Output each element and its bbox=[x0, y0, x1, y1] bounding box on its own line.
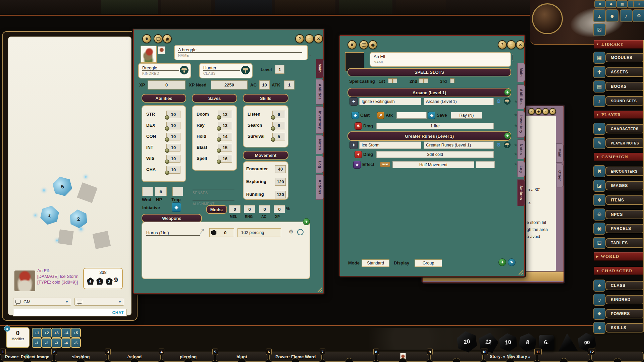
resize-grip[interactable] bbox=[317, 286, 322, 292]
dmg-value-field[interactable]: 3d8 cold bbox=[376, 151, 494, 158]
tab-log[interactable]: Log bbox=[517, 161, 525, 177]
help-button[interactable]: ? bbox=[498, 40, 507, 49]
save-value-field[interactable]: Ray (N) bbox=[451, 112, 482, 119]
power-use-icon[interactable]: ✦ bbox=[350, 97, 358, 106]
kindred-field[interactable]: Breggle KINDRED bbox=[138, 63, 191, 78]
senses-line[interactable] bbox=[193, 189, 234, 189]
close-button[interactable]: ✕ bbox=[314, 34, 323, 43]
minimize-button[interactable]: − bbox=[542, 108, 549, 115]
add-weapon-button[interactable]: + bbox=[303, 218, 310, 225]
options-gear-icon[interactable]: ⚙ bbox=[633, 9, 644, 22]
calendar-icon[interactable]: ▦ bbox=[616, 0, 628, 8]
con-score[interactable]: 10 bbox=[166, 133, 180, 140]
initiative-die-icon[interactable]: ◈ bbox=[172, 202, 181, 212]
d6-die[interactable]: 6. bbox=[539, 335, 554, 350]
search-skill[interactable]: 6 bbox=[272, 122, 285, 129]
level-value[interactable]: 1 bbox=[275, 65, 284, 74]
hotbar-slot-1[interactable]: Power: Project Image bbox=[1, 352, 53, 362]
weapon-damage-box[interactable]: 1d2 piercing bbox=[237, 228, 281, 237]
sidebar-section-player[interactable]: ▼ PLAYER bbox=[594, 111, 643, 119]
modifier-plus-1[interactable]: +1 bbox=[32, 328, 42, 338]
add-power-button[interactable]: + bbox=[504, 132, 511, 139]
tab-log[interactable]: Log bbox=[316, 156, 324, 173]
hotbar-slot-11[interactable] bbox=[538, 352, 590, 362]
sidebar-section-library[interactable]: ▼ LIBRARY bbox=[594, 40, 643, 49]
save-die-icon[interactable]: ◈ bbox=[428, 112, 435, 119]
effect-value-field[interactable]: Half Movement bbox=[392, 161, 474, 168]
hotbar-slot-5[interactable]: blunt bbox=[216, 352, 268, 362]
cast-die-icon[interactable]: ◈ bbox=[352, 112, 359, 119]
skills-icon[interactable]: ✱ bbox=[593, 322, 605, 334]
power-group-dropdown[interactable]: Arcane (Level 1) bbox=[424, 98, 494, 105]
cha-score[interactable]: 10 bbox=[166, 166, 180, 174]
doom-save[interactable]: 12 bbox=[218, 111, 232, 118]
sheet-token-icon[interactable]: ◉ bbox=[368, 40, 377, 49]
party-icon[interactable]: ☻ bbox=[605, 0, 617, 8]
mod-melee[interactable]: 0 bbox=[229, 205, 240, 213]
sheet-chat-icon[interactable]: ··· bbox=[154, 34, 163, 43]
dmg-icon[interactable]: ✶ bbox=[355, 151, 362, 158]
power-name-field[interactable]: Ice Storm bbox=[359, 141, 421, 149]
draw-icon[interactable]: ✦ bbox=[633, 0, 644, 8]
token[interactable] bbox=[158, 46, 165, 54]
tab-main[interactable]: Main bbox=[517, 63, 525, 82]
modifier-minus-2[interactable]: -2 bbox=[42, 338, 52, 348]
alignment-line[interactable] bbox=[193, 200, 234, 200]
hotbar-slot-9[interactable] bbox=[430, 352, 483, 362]
close-button[interactable]: ✕ bbox=[549, 108, 556, 115]
temp-hp-value[interactable] bbox=[172, 187, 183, 196]
tab-actions[interactable]: Actions bbox=[316, 174, 324, 200]
hotbar-slot-6[interactable]: Power: Flame Ward bbox=[269, 352, 322, 362]
close-all-button[interactable]: ✕ bbox=[594, 0, 606, 8]
sidebar-item-assets[interactable]: ASSETS bbox=[605, 67, 644, 77]
sidebar-item-kindred[interactable]: KINDRED bbox=[605, 295, 644, 304]
effect-extra-field[interactable] bbox=[476, 161, 495, 168]
edit-button[interactable]: ✎ bbox=[508, 258, 516, 266]
player-notes-icon[interactable]: ✎ bbox=[593, 137, 605, 149]
sidebar-item-player-notes[interactable]: PLAYER NOTES bbox=[605, 138, 644, 148]
survival-skill[interactable]: 5 bbox=[272, 133, 285, 140]
kindred-icon[interactable]: ☺ bbox=[593, 294, 605, 306]
rest-button[interactable]: ✦ bbox=[498, 258, 506, 266]
weapon-name[interactable]: Horns (1in.) bbox=[146, 230, 200, 236]
target-badge[interactable]: TRGT bbox=[380, 162, 390, 167]
tab-notes[interactable]: Notes bbox=[517, 139, 525, 159]
atk-value-field[interactable] bbox=[396, 112, 427, 119]
modifier-plus-2[interactable]: +2 bbox=[42, 328, 52, 338]
sheet-crest-icon[interactable]: ❦ bbox=[347, 40, 357, 49]
atk-value[interactable]: 1 bbox=[284, 80, 294, 89]
hotbar-slot-3[interactable]: /reload bbox=[108, 352, 161, 362]
tab-inventory[interactable]: Inventory bbox=[316, 106, 324, 134]
dmg-icon[interactable]: ✶ bbox=[355, 122, 362, 130]
name-field[interactable]: A breggle NAME bbox=[174, 45, 308, 60]
name-chat-bubble-icon[interactable]: ··· bbox=[512, 55, 513, 61]
spell-save[interactable]: 16 bbox=[218, 155, 232, 163]
powers-icon[interactable]: ✹ bbox=[593, 308, 605, 320]
minimize-button[interactable]: − bbox=[507, 40, 516, 49]
sidebar-item-sound-sets[interactable]: SOUND SETS bbox=[605, 96, 644, 106]
characters-icon[interactable]: ☻ bbox=[593, 123, 605, 135]
tab-abilities[interactable]: Abilities bbox=[517, 84, 525, 109]
lock-icon[interactable]: ◦ bbox=[528, 108, 535, 115]
modules-icon[interactable]: ▦ bbox=[593, 52, 605, 64]
sidebar-item-skills[interactable]: SKILLS bbox=[605, 323, 644, 333]
minimize-button[interactable]: − bbox=[305, 34, 314, 43]
sidebar-item-images[interactable]: IMAGES bbox=[605, 181, 644, 190]
hp-value[interactable]: 5 bbox=[155, 187, 167, 196]
images-icon[interactable]: ◪ bbox=[593, 180, 605, 192]
sidebar-item-books[interactable]: BOOKS bbox=[605, 82, 644, 91]
modifier-plus-5[interactable]: +5 bbox=[71, 328, 81, 338]
resize-grip[interactable] bbox=[518, 269, 523, 275]
exploring-move[interactable]: 120 bbox=[275, 178, 286, 186]
power-link-icon[interactable] bbox=[504, 98, 511, 105]
name-field[interactable]: An Elf NAME bbox=[370, 52, 511, 67]
character-selection-icon[interactable]: ☻ bbox=[606, 9, 619, 22]
listen-skill[interactable]: 6 bbox=[272, 111, 285, 118]
books-icon[interactable]: ▤ bbox=[593, 80, 605, 93]
encounters-icon[interactable]: ✖ bbox=[593, 165, 605, 177]
display-selector[interactable]: Group bbox=[415, 259, 442, 267]
blast-save[interactable]: 15 bbox=[218, 144, 232, 152]
xp-need-value[interactable]: 2250 bbox=[211, 80, 248, 89]
str-score[interactable]: 10 bbox=[166, 111, 180, 118]
sheet-chat-icon[interactable]: ··· bbox=[359, 40, 368, 49]
